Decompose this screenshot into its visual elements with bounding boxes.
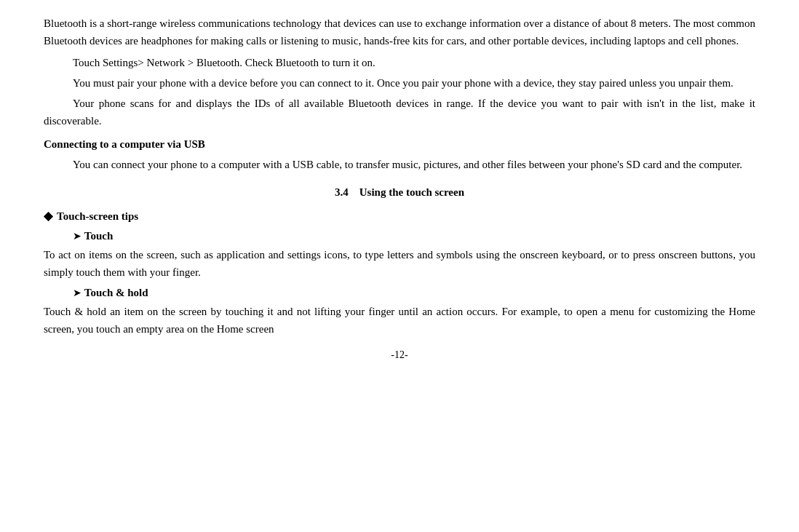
- touch-item: ➤ Touch: [73, 227, 755, 245]
- page-number: -12-: [44, 349, 755, 361]
- touch-hold-label: Touch & hold: [84, 287, 148, 298]
- usb-heading-text: Connecting to a computer via USB: [44, 138, 205, 150]
- page-number-text: -12-: [391, 349, 408, 360]
- step1-paragraph: Touch Settings> Network > Bluetooth. Che…: [44, 54, 755, 71]
- step3-text: Your phone scans for and displays the ID…: [44, 98, 755, 127]
- touch-label: Touch: [84, 230, 113, 242]
- touch-screen-tips-section: ◆ Touch-screen tips ➤ Touch To act on it…: [44, 207, 755, 338]
- touch-screen-tips-label: Touch-screen tips: [57, 207, 138, 225]
- touch-screen-tips-heading: ◆ Touch-screen tips: [44, 207, 755, 226]
- touch-hold-body-text: Touch & hold an item on the screen by to…: [44, 303, 755, 338]
- intro-text: Bluetooth is a short-range wireless comm…: [44, 17, 755, 47]
- touch-hold-item: ➤ Touch & hold: [73, 284, 755, 301]
- step1-text: Touch Settings> Network > Bluetooth. Che…: [73, 57, 375, 68]
- step2-text: You must pair your phone with a device b…: [73, 77, 734, 89]
- usb-text: You can connect your phone to a computer…: [73, 159, 742, 170]
- arrow-icon-touch-hold: ➤: [73, 287, 82, 298]
- usb-paragraph: You can connect your phone to a computer…: [44, 156, 755, 173]
- touch-body-text: To act on items on the screen, such as a…: [44, 246, 755, 281]
- touch-description: To act on items on the screen, such as a…: [44, 249, 755, 278]
- page-container: Bluetooth is a short-range wireless comm…: [0, 0, 799, 532]
- subsection-number: 3.4: [335, 186, 349, 198]
- intro-paragraph: Bluetooth is a short-range wireless comm…: [44, 15, 755, 49]
- step2-paragraph: You must pair your phone with a device b…: [44, 74, 755, 92]
- step3-paragraph: Your phone scans for and displays the ID…: [44, 95, 755, 130]
- subsection-title: Using the touch screen: [359, 186, 464, 198]
- diamond-bullet-icon: ◆: [44, 207, 52, 226]
- usb-section-heading: Connecting to a computer via USB: [44, 135, 755, 153]
- subsection-heading: 3.4 Using the touch screen: [44, 183, 755, 201]
- arrow-icon-touch: ➤: [73, 231, 82, 242]
- touch-hold-description: Touch & hold an item on the screen by to…: [44, 306, 755, 335]
